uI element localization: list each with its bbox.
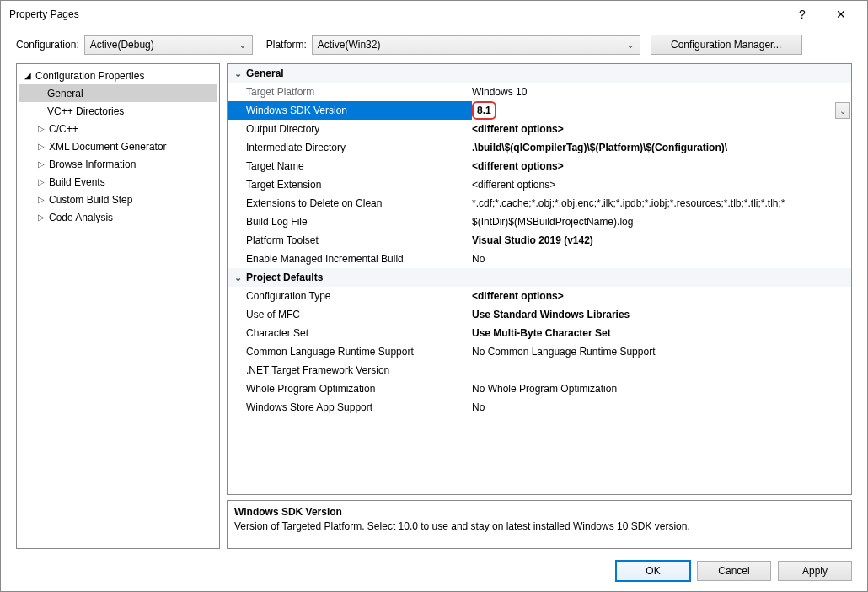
property-name: Use of MFC	[246, 309, 472, 320]
property-name: Whole Program Optimization	[246, 383, 472, 395]
expand-icon[interactable]: ▷	[35, 142, 47, 151]
tree-item[interactable]: ▷Build Events	[19, 173, 217, 191]
property-name: .NET Target Framework Version	[246, 364, 472, 376]
property-row[interactable]: Character SetUse Multi-Byte Character Se…	[228, 324, 851, 342]
platform-dropdown[interactable]: Active(Win32) ⌄	[312, 35, 640, 55]
highlighted-value: 8.1	[472, 101, 496, 120]
property-row[interactable]: Common Language Runtime SupportNo Common…	[228, 342, 851, 361]
property-value[interactable]: <different options>	[472, 179, 851, 191]
property-value[interactable]: No Whole Program Optimization	[472, 383, 851, 395]
property-value[interactable]: Use Standard Windows Libraries	[472, 309, 851, 320]
dropdown-arrow-icon[interactable]: ⌄	[835, 102, 850, 119]
platform-value: Active(Win32)	[318, 39, 619, 51]
property-row[interactable]: Extensions to Delete on Clean*.cdf;*.cac…	[228, 194, 851, 213]
property-name: Output Directory	[246, 123, 472, 135]
property-value[interactable]: Visual Studio 2019 (v142)	[472, 234, 851, 246]
property-value[interactable]: *.cdf;*.cache;*.obj;*.obj.enc;*.ilk;*.ip…	[472, 197, 851, 209]
property-value[interactable]: 8.1	[472, 101, 851, 120]
property-value[interactable]: $(IntDir)$(MSBuildProjectName).log	[472, 216, 851, 228]
expand-icon[interactable]: ▷	[35, 195, 47, 204]
titlebar: Property Pages ? ✕	[1, 1, 867, 28]
tree-item[interactable]: ▷XML Document Generator	[19, 137, 217, 155]
tree-root-label: Configuration Properties	[35, 70, 144, 82]
ok-button[interactable]: OK	[616, 561, 690, 581]
apply-button[interactable]: Apply	[778, 561, 852, 581]
property-row[interactable]: Windows SDK Version8.1⌄	[228, 101, 851, 120]
property-group-header[interactable]: ⌄General	[228, 64, 851, 83]
property-name: Windows SDK Version	[246, 105, 472, 116]
property-name: Target Extension	[246, 179, 472, 191]
property-name: Common Language Runtime Support	[246, 346, 472, 358]
property-value[interactable]: Windows 10	[472, 86, 851, 98]
expand-icon[interactable]: ▷	[35, 159, 47, 169]
property-value[interactable]: No	[472, 253, 851, 265]
property-row[interactable]: Intermediate Directory.\build\$(qlCompil…	[228, 138, 851, 157]
tree-panel: ◢ Configuration Properties GeneralVC++ D…	[16, 63, 220, 549]
property-name: Target Name	[246, 160, 472, 172]
tree-item-label: VC++ Directories	[47, 105, 124, 117]
collapse-icon[interactable]: ⌄	[229, 68, 246, 79]
tree-item[interactable]: ▷C/C++	[19, 120, 217, 137]
property-value[interactable]: .\build\$(qlCompilerTag)\$(Platform)\$(C…	[472, 142, 851, 153]
property-row[interactable]: Windows Store App SupportNo	[228, 398, 851, 417]
tree-item-label: C/C++	[49, 123, 78, 135]
configuration-dropdown[interactable]: Active(Debug) ⌄	[84, 35, 253, 55]
property-row[interactable]: Use of MFCUse Standard Windows Libraries	[228, 305, 851, 324]
help-button[interactable]: ?	[783, 2, 822, 27]
expand-icon[interactable]: ▷	[35, 177, 47, 186]
property-row[interactable]: Target PlatformWindows 10	[228, 83, 851, 101]
tree-item-label: Browse Information	[49, 159, 136, 170]
chevron-down-icon: ⌄	[232, 39, 247, 51]
property-value[interactable]: <different options>	[472, 160, 851, 172]
property-value[interactable]: Use Multi-Byte Character Set	[472, 327, 851, 339]
property-name: Platform Toolset	[246, 234, 472, 246]
property-name: Target Platform	[246, 86, 472, 98]
tree-item-label: Build Events	[49, 176, 105, 188]
property-row[interactable]: .NET Target Framework Version	[228, 361, 851, 379]
configuration-bar: Configuration: Active(Debug) ⌄ Platform:…	[1, 28, 867, 63]
platform-label: Platform:	[266, 39, 307, 51]
tree-item-label: Custom Build Step	[49, 194, 132, 206]
tree-item[interactable]: ▷Browse Information	[19, 155, 217, 173]
tree-item[interactable]: ▷Code Analysis	[19, 208, 217, 226]
group-title: General	[246, 67, 284, 79]
property-row[interactable]: Target Name<different options>	[228, 157, 851, 175]
property-grid: ⌄GeneralTarget PlatformWindows 10Windows…	[227, 63, 852, 495]
property-group-header[interactable]: ⌄Project Defaults	[228, 268, 851, 287]
tree-item-label: Code Analysis	[49, 212, 113, 223]
tree-item[interactable]: General	[19, 84, 217, 102]
property-row[interactable]: Build Log File$(IntDir)$(MSBuildProjectN…	[228, 213, 851, 231]
collapse-icon[interactable]: ◢	[22, 71, 34, 80]
property-row[interactable]: Whole Program OptimizationNo Whole Progr…	[228, 379, 851, 398]
property-name: Intermediate Directory	[246, 142, 472, 153]
expand-icon[interactable]: ▷	[35, 124, 47, 133]
property-value[interactable]: No	[472, 401, 851, 413]
property-name: Character Set	[246, 327, 472, 339]
configuration-value: Active(Debug)	[90, 39, 232, 51]
collapse-icon[interactable]: ⌄	[229, 272, 246, 283]
property-row[interactable]: Configuration Type<different options>	[228, 287, 851, 305]
group-title: Project Defaults	[246, 272, 323, 283]
property-name: Enable Managed Incremental Build	[246, 253, 472, 265]
window-title: Property Pages	[9, 8, 783, 20]
property-value[interactable]: No Common Language Runtime Support	[472, 346, 851, 358]
cancel-button[interactable]: Cancel	[697, 561, 771, 581]
property-value[interactable]: <different options>	[472, 290, 851, 302]
property-row[interactable]: Output Directory<different options>	[228, 120, 851, 138]
tree-item[interactable]: ▷Custom Build Step	[19, 191, 217, 208]
tree-item[interactable]: VC++ Directories	[19, 102, 217, 120]
description-text: Version of Targeted Platform. Select 10.…	[234, 520, 844, 532]
chevron-down-icon: ⌄	[619, 39, 635, 51]
property-row[interactable]: Platform ToolsetVisual Studio 2019 (v142…	[228, 231, 851, 250]
main-area: ◢ Configuration Properties GeneralVC++ D…	[1, 63, 867, 556]
configuration-label: Configuration:	[16, 39, 79, 51]
property-value[interactable]: <different options>	[472, 123, 851, 135]
expand-icon[interactable]: ▷	[35, 213, 47, 222]
property-row[interactable]: Target Extension<different options>	[228, 175, 851, 194]
property-row[interactable]: Enable Managed Incremental BuildNo	[228, 250, 851, 268]
tree-root[interactable]: ◢ Configuration Properties	[19, 67, 217, 84]
close-button[interactable]: ✕	[822, 2, 860, 27]
description-title: Windows SDK Version	[234, 506, 844, 518]
tree-item-label: XML Document Generator	[49, 141, 167, 153]
configuration-manager-button[interactable]: Configuration Manager...	[651, 35, 802, 55]
